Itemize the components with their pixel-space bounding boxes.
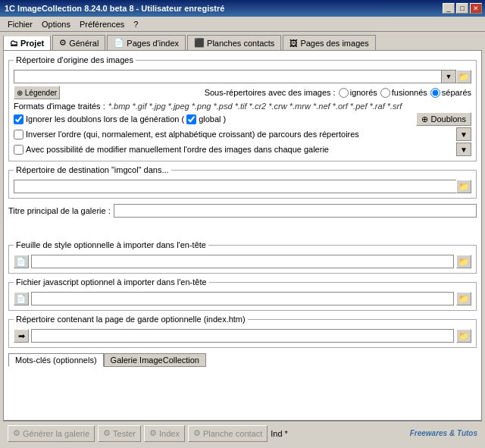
style-sheet-fieldset: Feuille de style optionnelle à importer …: [8, 240, 477, 274]
keyword-tab-2[interactable]: Galerie ImageCollection: [104, 353, 206, 367]
legender-button[interactable]: ⊕ Légender: [14, 86, 60, 99]
radio-separes-label: séparés: [430, 88, 471, 98]
generate-label: Générer la galerie: [23, 429, 89, 438]
index-page-icon[interactable]: ➡: [14, 329, 29, 343]
keyword-tab-2-label: Galerie ImageCollection: [111, 356, 199, 365]
style-sheet-browse[interactable]: 📁: [456, 255, 471, 268]
tab-general[interactable]: ⚙ Général: [52, 35, 105, 50]
gallery-title-label: Titre principal de la galerie :: [8, 206, 111, 215]
dest-dir-fieldset: Répertoire de destination "imgcol" dans.…: [8, 165, 477, 199]
dest-dir-row: 📁: [14, 180, 471, 193]
tab-planches[interactable]: ⬛ Planches contacts: [187, 35, 281, 50]
check-inverser-ordre[interactable]: [14, 130, 23, 139]
generate-icon: ⚙: [13, 428, 20, 438]
javascript-legend: Fichier javascript optionnel à importer …: [14, 277, 209, 287]
legender-radio-row: ⊕ Légender Sous-répertoires avec des ima…: [14, 86, 471, 99]
keyword-tabs: Mots-clés (optionnels) Galerie ImageColl…: [8, 353, 477, 367]
minimize-button[interactable]: _: [443, 3, 455, 14]
index-page-row: ➡ 📁: [14, 329, 471, 343]
tab-pages-index[interactable]: 📄 Pages d'index: [107, 35, 186, 50]
check-doublons-label: Ignorer les doublons lors de la générati…: [26, 114, 184, 124]
gallery-title-input[interactable]: [114, 204, 477, 218]
dest-dir-legend: Répertoire de destination "imgcol" dans.…: [14, 165, 171, 174]
check-modifier-row: Avec possibilité de modifier manuellemen…: [14, 143, 471, 156]
javascript-fieldset: Fichier javascript optionnel à importer …: [8, 277, 477, 311]
gallery-title-row: Titre principal de la galerie :: [8, 204, 477, 218]
planche-icon: ⚙: [193, 428, 201, 438]
title-bar: 1C ImageCollection 8.24.0 beta 8 - Utili…: [0, 0, 485, 17]
close-button[interactable]: ✕: [470, 3, 482, 14]
keyword-tab-1[interactable]: Mots-clés (optionnels): [8, 353, 104, 367]
radio-fusionnes[interactable]: [380, 88, 390, 98]
dest-dir-browse[interactable]: 📁: [456, 180, 471, 193]
keyword-tab-1-label: Mots-clés (optionnels): [15, 356, 97, 365]
test-icon: ⚙: [103, 428, 111, 438]
check-doublons-row: Ignorer les doublons lors de la générati…: [14, 112, 471, 126]
check-global[interactable]: [186, 114, 196, 124]
planche-label: Planche contact: [203, 429, 262, 438]
tab-general-label: Général: [69, 39, 99, 48]
menu-fichier[interactable]: Fichier: [3, 18, 37, 30]
menu-bar: Fichier Options Préférences ?: [0, 17, 485, 32]
source-dir-input[interactable]: [14, 70, 441, 83]
index-page-input[interactable]: [31, 329, 454, 343]
menu-help[interactable]: ?: [129, 18, 142, 30]
arrow-down-2[interactable]: ▼: [456, 143, 471, 156]
radio-ignores[interactable]: [339, 88, 349, 98]
tab-pages-index-label: Pages d'index: [127, 39, 179, 48]
radio-separes[interactable]: [430, 88, 440, 98]
formats-label: Formats d'image traités :: [14, 102, 105, 111]
arrow-down-1[interactable]: ▼: [456, 127, 471, 141]
style-sheet-icon[interactable]: 📄: [14, 255, 29, 268]
check-inverser-label: Inverser l'ordre (qui, normalement, est …: [26, 130, 359, 139]
tab-pages-images-icon: 🖼: [289, 39, 298, 48]
style-sheet-legend: Feuille de style optionnelle à importer …: [14, 240, 208, 249]
test-label: Tester: [113, 429, 136, 438]
menu-preferences[interactable]: Préférences: [75, 18, 129, 30]
source-dir-legend: Répertoire d'origine des images: [14, 55, 136, 64]
tab-projet[interactable]: 🗂 Projet: [3, 35, 51, 50]
style-sheet-row: 📄 📁: [14, 255, 471, 268]
subdir-label: Sous-répertoires avec des images :: [205, 88, 336, 97]
check-modifier-label: Avec possibilité de modifier manuellemen…: [26, 145, 329, 154]
tab-pages-images[interactable]: 🖼 Pages des images: [283, 35, 376, 50]
window-title: 1C ImageCollection 8.24.0 beta 8 - Utili…: [3, 4, 224, 13]
javascript-icon[interactable]: 📄: [14, 292, 29, 305]
generate-button[interactable]: ⚙ Générer la galerie: [8, 425, 95, 442]
ind-text: Ind *: [271, 429, 288, 438]
spacer-1: [8, 221, 477, 237]
menu-options[interactable]: Options: [37, 18, 75, 30]
source-dir-dropdown[interactable]: ▼: [441, 70, 456, 83]
source-dir-browse[interactable]: 📁: [456, 70, 471, 83]
source-dir-row: ▼ 📁: [14, 70, 471, 83]
dest-dir-input[interactable]: [14, 180, 456, 193]
doublons-button[interactable]: ⊕ Doublons: [416, 112, 471, 126]
planche-button[interactable]: ⚙ Planche contact: [188, 425, 268, 442]
index-page-browse[interactable]: 📁: [456, 329, 471, 343]
tab-pages-index-icon: 📄: [114, 38, 124, 48]
test-button[interactable]: ⚙ Tester: [98, 425, 141, 442]
tab-planches-icon: ⬛: [194, 38, 205, 48]
radio-ignores-label: ignorés: [339, 88, 377, 98]
tab-general-icon: ⚙: [59, 38, 67, 48]
check-ignorer-doublons[interactable]: [14, 114, 23, 124]
check-modifier-ordre[interactable]: [14, 145, 23, 155]
style-sheet-input[interactable]: [31, 255, 454, 268]
javascript-browse[interactable]: 📁: [456, 292, 471, 305]
window-controls: _ □ ✕: [443, 3, 482, 14]
maximize-button[interactable]: □: [456, 3, 468, 14]
check-inverser-row: Inverser l'ordre (qui, normalement, est …: [14, 127, 471, 141]
main-window: 🗂 Projet ⚙ Général 📄 Pages d'index ⬛ Pla…: [0, 32, 485, 448]
javascript-input[interactable]: [31, 292, 454, 305]
javascript-row: 📄 📁: [14, 292, 471, 305]
watermark: Freewares & Tutos: [410, 429, 477, 437]
tab-projet-icon: 🗂: [10, 39, 18, 48]
tab-planches-label: Planches contacts: [207, 39, 274, 48]
tab-bar: 🗂 Projet ⚙ Général 📄 Pages d'index ⬛ Pla…: [3, 35, 482, 50]
formats-values: *.bmp *.gif *.jpg *.jpeg *.png *.psd *.t…: [108, 102, 402, 111]
index-icon: ⚙: [149, 428, 157, 438]
index-button[interactable]: ⚙ Index: [144, 425, 185, 442]
index-page-fieldset: Répertoire contenant la page de garde op…: [8, 315, 477, 348]
index-label: Index: [159, 429, 180, 438]
index-page-legend: Répertoire contenant la page de garde op…: [14, 315, 248, 324]
